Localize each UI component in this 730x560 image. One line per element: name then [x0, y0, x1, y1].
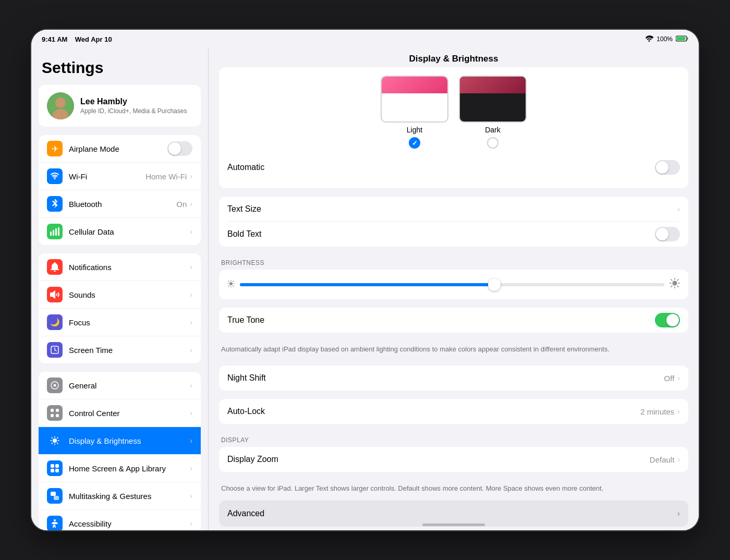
- right-panel: Display & Brightness Light: [209, 48, 699, 530]
- svg-line-23: [57, 443, 58, 444]
- night-shift-label: Night Shift: [227, 373, 664, 383]
- display-zoom-card: Display Zoom Default ›: [219, 447, 688, 472]
- display-brightness-icon: [47, 433, 63, 448]
- main-layout: Settings Lee Hambly Apple ID, iCloud+, M…: [31, 30, 699, 530]
- general-chevron: ›: [190, 381, 192, 389]
- sidebar-item-wifi[interactable]: Wi-Fi Home Wi-Fi ›: [39, 163, 201, 190]
- svg-line-49: [677, 279, 678, 281]
- true-tone-card: True Tone: [219, 308, 688, 333]
- night-shift-row[interactable]: Night Shift Off ›: [227, 366, 680, 391]
- display-section-label: DISPLAY: [219, 432, 688, 447]
- wifi-label: Wi-Fi: [69, 172, 145, 181]
- brightness-section-label: BRIGHTNESS: [219, 255, 688, 270]
- airplane-mode-icon: ✈: [47, 141, 63, 156]
- display-zoom-row[interactable]: Display Zoom Default ›: [227, 447, 680, 472]
- svg-rect-1: [687, 37, 688, 40]
- text-size-row[interactable]: Text Size ›: [227, 197, 680, 222]
- focus-chevron: ›: [190, 318, 192, 326]
- bold-text-row: Bold Text: [227, 222, 680, 247]
- svg-rect-13: [51, 409, 54, 412]
- brightness-slider-fill: [240, 283, 494, 286]
- wifi-value: Home Wi-Fi: [145, 172, 187, 181]
- sidebar-item-general[interactable]: General ›: [39, 372, 201, 399]
- display-brightness-label: Display & Brightness: [69, 436, 190, 445]
- sidebar-item-home-screen[interactable]: Home Screen & App Library ›: [39, 455, 201, 482]
- notifications-label: Notifications: [69, 263, 190, 272]
- appearance-option-light[interactable]: Light: [381, 76, 448, 149]
- svg-rect-26: [51, 464, 54, 468]
- bluetooth-icon: [47, 196, 63, 212]
- svg-rect-6: [50, 232, 52, 236]
- auto-lock-row[interactable]: Auto-Lock 2 minutes ›: [227, 399, 680, 424]
- sidebar-item-notifications[interactable]: Notifications ›: [39, 253, 201, 281]
- sidebar-item-bluetooth[interactable]: Bluetooth On ›: [39, 190, 201, 218]
- svg-rect-31: [54, 496, 59, 500]
- settings-group-connectivity: ✈ Airplane Mode Wi-Fi Home Wi-Fi ›: [39, 135, 201, 245]
- automatic-row: Automatic: [227, 155, 680, 180]
- panel-content: Light Dark Automatic: [209, 67, 699, 530]
- svg-line-41: [228, 286, 229, 286]
- status-bar: 9:41 AM Wed Apr 10 100%: [31, 30, 699, 48]
- home-screen-icon: [47, 460, 63, 476]
- multitasking-label: Multitasking & Gestures: [69, 492, 190, 501]
- svg-point-42: [673, 281, 677, 286]
- airplane-mode-toggle[interactable]: [167, 141, 192, 156]
- display-zoom-label: Display Zoom: [227, 455, 650, 464]
- profile-info: Lee Hambly Apple ID, iCloud+, Media & Pu…: [80, 97, 187, 115]
- sidebar-item-accessibility[interactable]: Accessibility ›: [39, 510, 201, 530]
- sidebar-item-sounds[interactable]: Sounds ›: [39, 281, 201, 309]
- brightness-slider-thumb[interactable]: [488, 278, 501, 291]
- screen-time-chevron: ›: [190, 346, 192, 354]
- control-center-label: Control Center: [69, 409, 190, 418]
- battery-text: 100%: [656, 35, 673, 43]
- true-tone-toggle[interactable]: [655, 313, 680, 327]
- sounds-chevron: ›: [190, 290, 192, 299]
- appearance-card: Light Dark Automatic: [219, 67, 688, 188]
- advanced-button[interactable]: Advanced ›: [219, 501, 688, 527]
- svg-line-25: [52, 443, 52, 444]
- light-radio[interactable]: [409, 137, 420, 149]
- status-right: 100%: [645, 35, 688, 43]
- automatic-toggle[interactable]: [655, 160, 680, 175]
- svg-point-4: [55, 98, 66, 108]
- night-shift-chevron: ›: [677, 374, 680, 382]
- svg-rect-2: [677, 36, 686, 40]
- sidebar-item-cellular[interactable]: Cellular Data ›: [39, 218, 201, 245]
- sidebar: Settings Lee Hambly Apple ID, iCloud+, M…: [31, 48, 209, 530]
- light-label: Light: [407, 126, 422, 134]
- sidebar-item-airplane[interactable]: ✈ Airplane Mode: [39, 135, 201, 163]
- svg-rect-7: [53, 230, 54, 236]
- svg-rect-14: [56, 409, 59, 412]
- focus-icon: 🌙: [47, 314, 63, 330]
- cellular-label: Cellular Data: [69, 227, 190, 236]
- svg-line-50: [671, 286, 672, 287]
- sidebar-item-control-center[interactable]: Control Center ›: [39, 399, 201, 427]
- appearance-options: Light Dark: [227, 76, 680, 149]
- dark-radio[interactable]: [487, 137, 498, 149]
- ipad-frame: 9:41 AM Wed Apr 10 100% Settings: [31, 30, 699, 530]
- text-size-chevron: ›: [677, 205, 680, 213]
- bold-text-toggle[interactable]: [655, 227, 680, 241]
- advanced-chevron: ›: [677, 509, 680, 518]
- automatic-label: Automatic: [227, 163, 655, 172]
- appearance-option-dark[interactable]: Dark: [459, 76, 527, 149]
- text-size-label: Text Size: [227, 204, 677, 214]
- cellular-icon: [47, 224, 63, 239]
- multitasking-icon: [47, 488, 63, 504]
- advanced-label: Advanced: [227, 509, 677, 518]
- sidebar-item-multitasking[interactable]: Multitasking & Gestures ›: [39, 482, 201, 510]
- true-tone-label: True Tone: [227, 315, 655, 325]
- svg-rect-9: [58, 227, 59, 236]
- display-zoom-value: Default: [650, 455, 675, 464]
- general-icon: [47, 378, 63, 393]
- svg-line-39: [233, 286, 234, 286]
- sidebar-item-screen-time[interactable]: Screen Time ›: [39, 336, 201, 363]
- profile-card[interactable]: Lee Hambly Apple ID, iCloud+, Media & Pu…: [39, 85, 201, 127]
- status-time: 9:41 AM: [42, 35, 67, 43]
- dark-preview: [459, 76, 527, 123]
- sidebar-item-display-brightness[interactable]: Display & Brightness ›: [39, 427, 201, 455]
- home-screen-label: Home Screen & App Library: [69, 464, 190, 473]
- brightness-slider-track[interactable]: [240, 283, 664, 286]
- sidebar-item-focus[interactable]: 🌙 Focus ›: [39, 309, 201, 336]
- auto-lock-chevron: ›: [677, 407, 680, 416]
